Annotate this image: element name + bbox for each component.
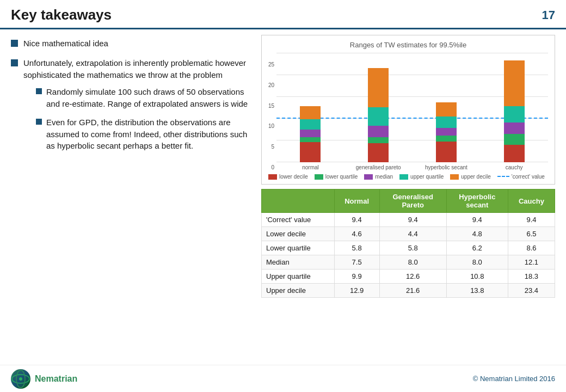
td-label: Lower decile	[262, 227, 335, 241]
data-table: Normal GeneralisedPareto Hyperbolicsecan…	[261, 189, 555, 298]
td-label: Upper quartile	[262, 270, 335, 284]
td-label: Lower quartile	[262, 241, 335, 255]
sub-bullet-icon-1	[36, 88, 42, 94]
bar-seg-upper-quartile-c	[504, 106, 525, 122]
page-title: Key takeaways	[11, 7, 112, 23]
td-cauchy: 6.5	[508, 227, 555, 241]
legend-color-median	[364, 174, 373, 180]
table-header-row: Normal GeneralisedPareto Hyperbolicsecan…	[262, 189, 555, 213]
td-gen-pareto: 4.4	[379, 227, 446, 241]
bar-group-gen-pareto	[344, 53, 413, 162]
bar-group-normal	[276, 53, 344, 162]
copyright-text: © Nematrian Limited 2016	[473, 375, 555, 383]
td-normal: 12.9	[334, 284, 379, 298]
th-hyp-secant: Hyperbolicsecant	[446, 189, 508, 213]
td-gen-pareto: 21.6	[379, 284, 446, 298]
bar-group-cauchy	[480, 53, 548, 162]
page-number: 17	[542, 8, 555, 22]
bullet-2: Unfortunately, extrapolation is inherent…	[11, 57, 250, 158]
bar-seg-lower-decile-hs	[436, 142, 457, 162]
td-gen-pareto: 12.6	[379, 270, 446, 284]
bar-seg-upper-quartile-gp	[368, 107, 389, 126]
td-normal: 9.4	[334, 213, 379, 227]
td-normal: 4.6	[334, 227, 379, 241]
td-hyp-secant: 10.8	[446, 270, 508, 284]
bar-seg-lower-quartile-normal	[300, 137, 321, 142]
stacked-bar-gen-pareto	[368, 68, 389, 162]
table-row-1: Lower decile 4.6 4.4 4.8 6.5	[262, 227, 555, 241]
brand-name: Nematrian	[35, 374, 77, 384]
bar-seg-median-hs	[436, 128, 457, 136]
legend-lower-quartile: lower quartile	[315, 174, 358, 180]
y-axis: 0 5 10 15 20 25	[268, 62, 276, 170]
td-cauchy: 12.1	[508, 255, 555, 270]
bar-seg-upper-decile-gp	[368, 68, 389, 107]
x-label-hyp-secant: hyperbolic secant	[413, 164, 481, 170]
bar-seg-lower-decile-normal	[300, 142, 321, 162]
legend-upper-quartile: upper quartile	[399, 174, 444, 180]
bar-seg-upper-decile-c	[504, 60, 525, 106]
td-hyp-secant: 8.0	[446, 255, 508, 270]
svg-point-3	[19, 377, 22, 381]
table-row-5: Upper decile 12.9 21.6 13.8 23.4	[262, 284, 555, 298]
sub-bullet-1: Randomly simulate 100 such draws of 50 o…	[36, 86, 250, 110]
legend-label-lower-decile: lower decile	[279, 174, 308, 180]
legend-color-lower-decile	[268, 174, 277, 180]
right-panel: Ranges of TW estimates for 99.5%ile 0 5 …	[261, 35, 555, 356]
bar-seg-upper-quartile-normal	[300, 119, 321, 130]
table-container: Normal GeneralisedPareto Hyperbolicsecan…	[261, 189, 555, 356]
table-row-3: Median 7.5 8.0 8.0 12.1	[262, 255, 555, 270]
chart-container: Ranges of TW estimates for 99.5%ile 0 5 …	[261, 35, 555, 185]
bar-seg-lower-quartile-c	[504, 134, 525, 145]
sub-bullet-2: Even for GPD, the distribution the obser…	[36, 117, 250, 152]
table-row-4: Upper quartile 9.9 12.6 10.8 18.3	[262, 270, 555, 284]
bar-seg-median-normal	[300, 130, 321, 137]
footer-logo: Nematrian	[11, 369, 77, 389]
legend-correct-value: 'correct' value	[497, 174, 545, 180]
td-label: Median	[262, 255, 335, 270]
th-normal: Normal	[334, 189, 379, 213]
stacked-bar-hyp-secant	[436, 102, 457, 162]
legend-color-lower-quartile	[315, 174, 323, 180]
sub-bullets: Randomly simulate 100 such draws of 50 o…	[36, 86, 250, 152]
bar-seg-upper-decile-hs	[436, 102, 457, 117]
td-normal: 7.5	[334, 255, 379, 270]
td-hyp-secant: 4.8	[446, 227, 508, 241]
legend-color-upper-decile	[450, 174, 459, 180]
chart-area: 0 5 10 15 20 25	[268, 53, 548, 170]
chart-legend: lower decile lower quartile median upper…	[268, 174, 548, 180]
bullet-icon-2	[11, 59, 18, 66]
td-gen-pareto: 8.0	[379, 255, 446, 270]
logo-icon	[11, 369, 30, 389]
bar-seg-lower-quartile-hs	[436, 136, 457, 142]
bar-group-hyp-secant	[413, 53, 481, 162]
legend-dashed-correct	[497, 176, 509, 177]
footer: Nematrian © Nematrian Limited 2016	[0, 365, 566, 392]
td-normal: 9.9	[334, 270, 379, 284]
td-hyp-secant: 13.8	[446, 284, 508, 298]
bar-seg-lower-decile-c	[504, 145, 525, 162]
legend-label-lower-quartile: lower quartile	[325, 174, 358, 180]
td-cauchy: 9.4	[508, 213, 555, 227]
td-label: Upper decile	[262, 284, 335, 298]
sub-bullet-text-2: Even for GPD, the distribution the obser…	[46, 117, 250, 152]
bullet-text-2: Unfortunately, extrapolation is inherent…	[23, 58, 246, 79]
stacked-bar-cauchy	[504, 60, 525, 162]
bar-seg-median-c	[504, 122, 525, 134]
td-gen-pareto: 5.8	[379, 241, 446, 255]
legend-label-upper-quartile: upper quartile	[410, 174, 444, 180]
table-row-2: Lower quartile 5.8 5.8 6.2 8.6	[262, 241, 555, 255]
chart-body: normal generalised pareto hyperbolic sec…	[276, 53, 548, 170]
td-hyp-secant: 6.2	[446, 241, 508, 255]
bar-seg-lower-quartile-gp	[368, 137, 389, 143]
td-cauchy: 18.3	[508, 270, 555, 284]
th-cauchy: Cauchy	[508, 189, 555, 213]
slide: Key takeaways 17 Nice mathematical idea …	[0, 0, 566, 392]
td-label: 'Correct' value	[262, 213, 335, 227]
td-cauchy: 23.4	[508, 284, 555, 298]
header: Key takeaways 17	[0, 0, 566, 29]
th-gen-pareto: GeneralisedPareto	[379, 189, 446, 213]
x-label-normal: normal	[276, 164, 344, 170]
bullet-icon-1	[11, 40, 18, 47]
content-area: Nice mathematical idea Unfortunately, ex…	[0, 29, 566, 362]
